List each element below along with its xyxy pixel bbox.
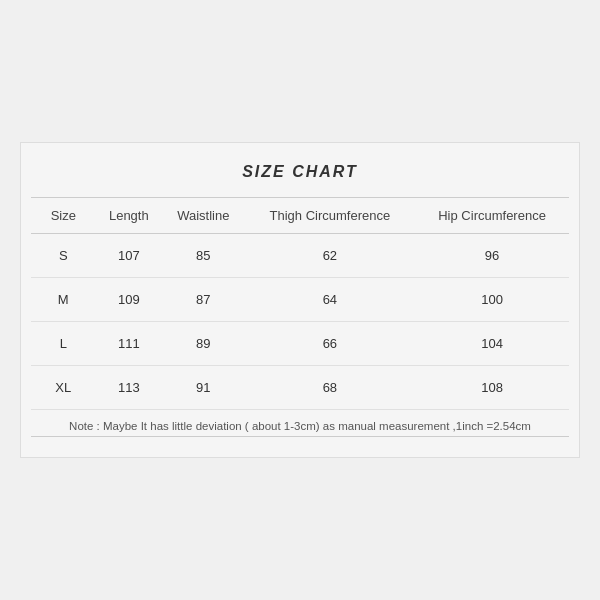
table-row: S107856296 <box>31 234 569 278</box>
cell-hip-0: 96 <box>415 234 569 278</box>
cell-length-3: 113 <box>96 366 163 410</box>
cell-size-0: S <box>31 234 96 278</box>
note-text: Note : Maybe It has little deviation ( a… <box>31 410 569 437</box>
cell-thigh-2: 66 <box>245 322 415 366</box>
cell-hip-3: 108 <box>415 366 569 410</box>
cell-length-1: 109 <box>96 278 163 322</box>
table-row: XL1139168108 <box>31 366 569 410</box>
cell-size-2: L <box>31 322 96 366</box>
cell-hip-1: 100 <box>415 278 569 322</box>
col-header-waistline: Waistline <box>162 198 245 234</box>
note-row: Note : Maybe It has little deviation ( a… <box>31 410 569 437</box>
table-header-row: Size Length Waistline Thigh Circumferenc… <box>31 198 569 234</box>
table-row: L1118966104 <box>31 322 569 366</box>
col-header-thigh: Thigh Circumference <box>245 198 415 234</box>
col-header-size: Size <box>31 198 96 234</box>
cell-thigh-0: 62 <box>245 234 415 278</box>
chart-title: SIZE CHART <box>31 163 569 181</box>
cell-thigh-3: 68 <box>245 366 415 410</box>
cell-size-1: M <box>31 278 96 322</box>
col-header-hip: Hip Circumference <box>415 198 569 234</box>
cell-waistline-1: 87 <box>162 278 245 322</box>
cell-length-2: 111 <box>96 322 163 366</box>
cell-length-0: 107 <box>96 234 163 278</box>
col-header-length: Length <box>96 198 163 234</box>
size-chart-container: SIZE CHART Size Length Waistline Thigh C… <box>20 142 580 458</box>
cell-hip-2: 104 <box>415 322 569 366</box>
cell-waistline-0: 85 <box>162 234 245 278</box>
size-chart-table: Size Length Waistline Thigh Circumferenc… <box>31 197 569 437</box>
cell-size-3: XL <box>31 366 96 410</box>
cell-thigh-1: 64 <box>245 278 415 322</box>
cell-waistline-3: 91 <box>162 366 245 410</box>
cell-waistline-2: 89 <box>162 322 245 366</box>
table-row: M1098764100 <box>31 278 569 322</box>
